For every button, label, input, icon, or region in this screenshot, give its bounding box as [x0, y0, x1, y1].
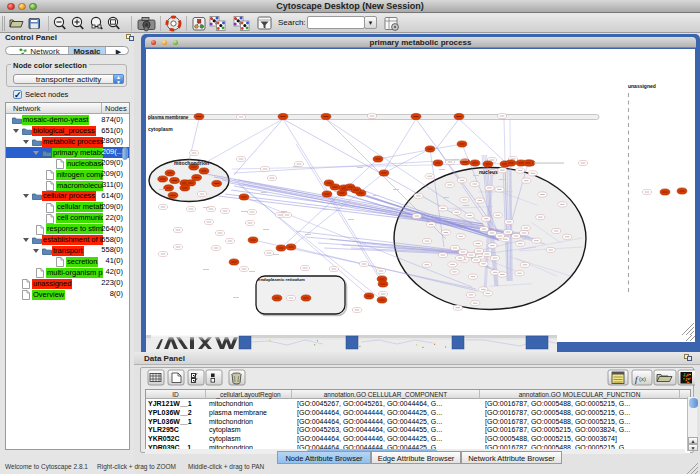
svg-text:unassigned: unassigned	[628, 83, 656, 89]
svg-text:cytoplasm: cytoplasm	[148, 126, 173, 132]
svg-text:endoplasmic reticulum: endoplasmic reticulum	[258, 277, 305, 282]
svg-text:mitochondrion: mitochondrion	[174, 160, 209, 166]
svg-text:nucleus: nucleus	[479, 169, 498, 175]
svg-text:(x): (x)	[639, 376, 646, 382]
svg-text:plasma membrane: plasma membrane	[148, 115, 189, 120]
